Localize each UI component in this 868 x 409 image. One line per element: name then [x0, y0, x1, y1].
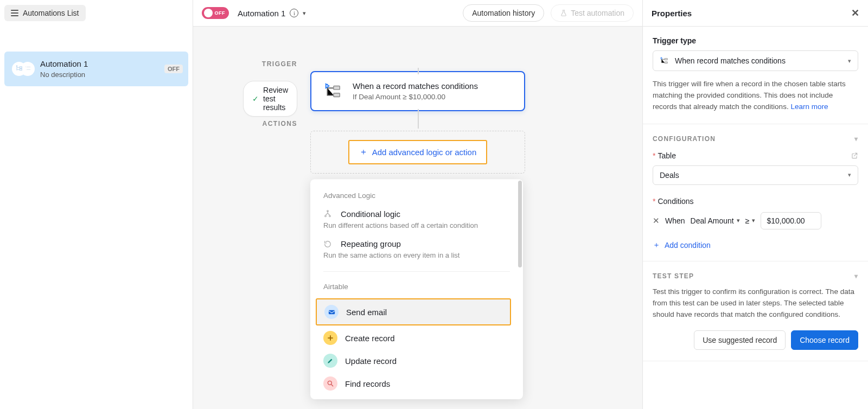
test-automation-button: Test automation — [551, 4, 634, 22]
chevron-down-icon: ▾ — [848, 57, 851, 65]
canvas: OFF Automation 1 i ▾ Automation history … — [193, 0, 642, 409]
trigger-section-label: TRIGGER — [262, 60, 297, 68]
table-select[interactable]: Deals ▾ — [653, 165, 858, 185]
automations-list-label: Automations List — [23, 9, 79, 17]
trigger-node-subtitle: If Deal Amount ≥ $10,000.00 — [353, 93, 478, 101]
add-condition-button[interactable]: ＋ Add condition — [653, 240, 858, 250]
email-icon — [324, 305, 339, 319]
automations-list-button[interactable]: Automations List — [4, 5, 86, 21]
chevron-down-icon: ▾ — [854, 135, 858, 143]
chevron-down-icon: ▾ — [752, 217, 755, 224]
check-icon: ✓ — [252, 94, 259, 103]
properties-panel: Properties ✕ Trigger type When record ma… — [642, 0, 868, 409]
flask-icon — [560, 9, 567, 17]
trigger-description: This trigger will fire when a record in … — [653, 79, 858, 113]
svg-point-0 — [16, 65, 18, 67]
repeat-icon — [323, 240, 333, 248]
menu-group-airtable: Airtable — [310, 279, 523, 297]
automation-status-badge: OFF — [164, 65, 183, 73]
flow-icon — [15, 65, 23, 73]
test-step-header[interactable]: TEST STEP ▾ — [653, 272, 858, 280]
toggle-label: OFF — [215, 10, 226, 16]
conditions-icon — [322, 81, 343, 101]
properties-header: Properties ✕ — [643, 0, 868, 27]
svg-rect-4 — [27, 69, 30, 69]
menu-item-conditional-logic[interactable]: Conditional logic Run different actions … — [310, 206, 523, 236]
choose-record-button[interactable]: Choose record — [791, 330, 858, 350]
condition-operator-select[interactable]: ≥ ▾ — [745, 216, 756, 225]
menu-item-send-email[interactable]: Send email — [316, 298, 511, 325]
close-icon[interactable]: ✕ — [851, 7, 859, 19]
scrollbar[interactable] — [518, 181, 522, 267]
conditions-icon — [660, 56, 669, 66]
branch-icon — [323, 210, 333, 219]
action-dropdown-menu: Advanced Logic Conditional logic Run dif… — [310, 179, 523, 399]
svg-rect-10 — [665, 62, 667, 63]
learn-more-link[interactable]: Learn more — [790, 103, 828, 111]
menu-group-advanced-logic: Advanced Logic — [310, 188, 523, 206]
menu-item-find-records[interactable]: Find records — [310, 372, 523, 395]
plus-icon: ＋ — [359, 146, 368, 158]
chevron-down-icon[interactable]: ▾ — [303, 10, 306, 17]
plus-circle-icon — [323, 331, 337, 345]
chevron-down-icon: ▾ — [848, 171, 851, 178]
automation-name[interactable]: Automation 1 — [238, 9, 285, 18]
automation-card-subtitle: No description — [40, 71, 88, 79]
menu-item-repeating-group[interactable]: Repeating group Run the same actions on … — [310, 236, 523, 266]
sidebar: Automations List Automation 1 No des — [0, 0, 193, 409]
chevron-down-icon: ▾ — [854, 272, 858, 280]
add-action-button[interactable]: ＋ Add advanced logic or action — [348, 140, 488, 164]
svg-rect-7 — [328, 310, 334, 314]
search-icon — [323, 376, 337, 391]
condition-when-label: When — [665, 216, 685, 225]
pencil-icon — [323, 354, 337, 368]
svg-rect-2 — [27, 67, 30, 67]
menu-item-create-record[interactable]: Create record — [310, 327, 523, 349]
conditions-field-label: * Conditions — [653, 197, 858, 206]
info-icon[interactable]: i — [290, 9, 298, 17]
trigger-type-select[interactable]: When record matches conditions ▾ — [653, 50, 858, 71]
condition-row: ✕ When Deal Amount ▾ ≥ ▾ $10,000.00 — [653, 212, 858, 229]
automation-card-title: Automation 1 — [40, 59, 88, 68]
configuration-header[interactable]: CONFIGURATION ▾ — [653, 135, 858, 143]
table-field-label: * Table — [653, 151, 858, 160]
test-step-description: Test this trigger to confirm its configu… — [653, 286, 858, 321]
svg-rect-5 — [334, 86, 340, 90]
automation-toggle[interactable]: OFF — [202, 7, 229, 19]
menu-item-update-record[interactable]: Update record — [310, 349, 523, 372]
condition-value-input[interactable]: $10,000.00 — [761, 212, 821, 229]
svg-rect-9 — [665, 59, 667, 60]
automation-card-icons — [12, 61, 34, 76]
use-suggested-record-button[interactable]: Use suggested record — [694, 330, 786, 350]
svg-rect-6 — [334, 93, 340, 97]
menu-icon — [11, 10, 18, 16]
automation-history-button[interactable]: Automation history — [463, 4, 544, 22]
plus-icon: ＋ — [653, 240, 660, 250]
add-action-container: ＋ Add advanced logic or action — [310, 131, 525, 174]
automation-card[interactable]: Automation 1 No description OFF — [4, 52, 188, 86]
top-bar: OFF Automation 1 i ▾ Automation history … — [193, 0, 642, 27]
actions-section-label: ACTIONS — [263, 120, 298, 127]
review-test-results-button[interactable]: ✓ Review test results — [243, 81, 297, 117]
trigger-type-label: Trigger type — [653, 36, 858, 45]
condition-field-select[interactable]: Deal Amount ▾ — [691, 216, 740, 225]
remove-condition-button[interactable]: ✕ — [653, 216, 660, 226]
chevron-down-icon: ▾ — [737, 217, 740, 224]
trigger-node[interactable]: When a record matches conditions If Deal… — [310, 71, 525, 111]
external-link-icon[interactable] — [851, 152, 858, 159]
trigger-node-title: When a record matches conditions — [353, 81, 478, 91]
